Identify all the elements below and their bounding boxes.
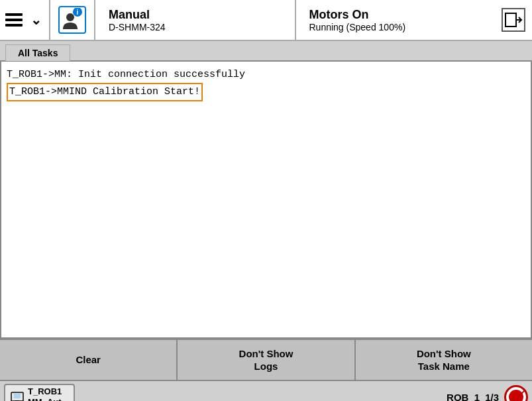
svg-point-2 [66,13,74,21]
clear-button[interactable]: Clear [0,340,178,380]
footer: T_ROB1 MM_Aut... ROB_1 1/3 [0,380,532,401]
header-right [495,0,532,40]
device-label: D-SHMM-324 [109,22,282,32]
task-chip[interactable]: T_ROB1 MM_Aut... [4,384,75,401]
hamburger-icon[interactable] [5,10,25,30]
tab-bar: All Tasks [0,41,532,60]
bottom-toolbar: Clear Don't ShowLogs Don't ShowTask Name [0,339,532,380]
rob-label: ROB_1 [447,392,480,402]
svg-rect-6 [14,394,21,398]
running-label: Running (Speed 100%) [309,22,482,32]
header-left-controls: ⌄ [0,0,50,40]
chevron-down-icon[interactable]: ⌄ [28,10,44,30]
header: ⌄ i Manual D-SHMM-324 Motors On Running … [0,0,532,41]
task-chip-icon [11,390,24,401]
motors-label: Motors On [309,8,482,22]
log-line-2: T_ROB1->MMIND Calibration Start! [7,83,203,101]
svg-text:i: i [77,9,79,16]
header-info: i [50,0,95,40]
task-chip-text: T_ROB1 MM_Aut... [28,386,68,401]
tab-all-tasks[interactable]: All Tasks [5,44,70,61]
log-line-1: T_ROB1->MM: Init connection successfully [7,67,525,83]
exit-icon[interactable] [502,8,525,32]
header-status: Motors On Running (Speed 100%) [296,0,496,40]
footer-right: ROB_1 1/3 [447,385,528,401]
fraction-badge: 1/3 [485,392,499,402]
estop-icon[interactable] [504,385,528,401]
header-center: Manual D-SHMM-324 [95,0,296,40]
log-line-2-wrapper: T_ROB1->MMIND Calibration Start! [7,83,525,101]
log-area: T_ROB1->MM: Init connection successfully… [0,60,532,339]
dont-show-logs-button[interactable]: Don't ShowLogs [178,340,355,380]
dont-show-task-name-button[interactable]: Don't ShowTask Name [356,340,532,380]
user-icon[interactable]: i [58,6,86,34]
mode-label: Manual [109,8,282,22]
svg-rect-3 [505,13,516,27]
